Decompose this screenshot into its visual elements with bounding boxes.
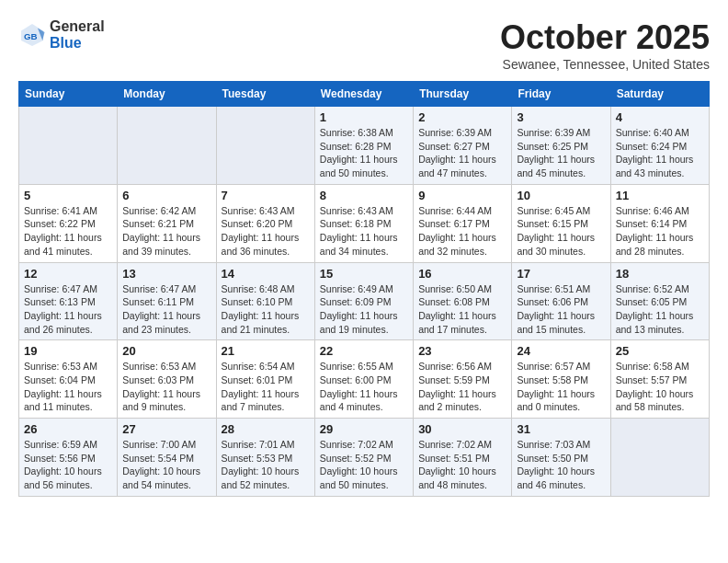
column-header-wednesday: Wednesday	[314, 82, 413, 107]
day-number: 14	[222, 267, 310, 281]
calendar-table: SundayMondayTuesdayWednesdayThursdayFrid…	[18, 81, 710, 497]
day-number: 6	[122, 189, 210, 202]
calendar-day-cell: 27Sunrise: 7:00 AM Sunset: 5:54 PM Dayli…	[118, 419, 216, 497]
day-info: Sunrise: 6:48 AM Sunset: 6:10 PM Dayligh…	[222, 282, 310, 337]
calendar-day-cell: 23Sunrise: 6:56 AM Sunset: 5:59 PM Dayli…	[414, 340, 512, 419]
day-info: Sunrise: 6:40 AM Sunset: 6:24 PM Dayligh…	[616, 126, 704, 180]
column-header-thursday: Thursday	[414, 82, 512, 107]
day-info: Sunrise: 7:00 AM Sunset: 5:54 PM Dayligh…	[122, 438, 210, 492]
day-number: 4	[616, 110, 704, 124]
day-number: 19	[24, 344, 112, 358]
calendar-day-cell: 6Sunrise: 6:42 AM Sunset: 6:21 PM Daylig…	[118, 184, 216, 262]
calendar-day-cell: 2Sunrise: 6:39 AM Sunset: 6:27 PM Daylig…	[414, 107, 512, 185]
day-info: Sunrise: 6:47 AM Sunset: 6:13 PM Dayligh…	[24, 282, 112, 337]
calendar-week-row: 12Sunrise: 6:47 AM Sunset: 6:13 PM Dayli…	[19, 262, 710, 340]
calendar-day-cell: 5Sunrise: 6:41 AM Sunset: 6:22 PM Daylig…	[19, 184, 118, 262]
calendar-week-row: 26Sunrise: 6:59 AM Sunset: 5:56 PM Dayli…	[19, 419, 710, 497]
day-info: Sunrise: 6:50 AM Sunset: 6:08 PM Dayligh…	[418, 282, 506, 337]
column-header-friday: Friday	[512, 82, 610, 107]
day-info: Sunrise: 6:41 AM Sunset: 6:22 PM Dayligh…	[24, 204, 112, 259]
day-info: Sunrise: 6:43 AM Sunset: 6:20 PM Dayligh…	[222, 204, 310, 259]
calendar-day-cell	[610, 419, 709, 497]
location-subtitle: Sewanee, Tennessee, United States	[500, 57, 710, 72]
day-info: Sunrise: 6:47 AM Sunset: 6:11 PM Dayligh…	[122, 282, 210, 337]
calendar-day-cell: 26Sunrise: 6:59 AM Sunset: 5:56 PM Dayli…	[19, 419, 118, 497]
day-info: Sunrise: 6:52 AM Sunset: 6:05 PM Dayligh…	[616, 282, 704, 337]
calendar-day-cell: 19Sunrise: 6:53 AM Sunset: 6:04 PM Dayli…	[19, 340, 118, 419]
calendar-day-cell: 17Sunrise: 6:51 AM Sunset: 6:06 PM Dayli…	[512, 262, 610, 340]
calendar-day-cell: 11Sunrise: 6:46 AM Sunset: 6:14 PM Dayli…	[610, 184, 709, 262]
calendar-day-cell: 1Sunrise: 6:38 AM Sunset: 6:28 PM Daylig…	[314, 107, 413, 185]
day-number: 7	[222, 189, 310, 202]
column-header-monday: Monday	[118, 82, 216, 107]
day-info: Sunrise: 6:59 AM Sunset: 5:56 PM Dayligh…	[24, 438, 112, 492]
day-info: Sunrise: 6:45 AM Sunset: 6:15 PM Dayligh…	[517, 204, 605, 259]
day-number: 10	[517, 189, 605, 202]
calendar-day-cell	[19, 107, 118, 185]
calendar-day-cell: 3Sunrise: 6:39 AM Sunset: 6:25 PM Daylig…	[512, 107, 610, 185]
day-info: Sunrise: 6:43 AM Sunset: 6:18 PM Dayligh…	[320, 204, 408, 259]
calendar-day-cell: 15Sunrise: 6:49 AM Sunset: 6:09 PM Dayli…	[314, 262, 413, 340]
day-info: Sunrise: 6:53 AM Sunset: 6:03 PM Dayligh…	[122, 360, 210, 414]
calendar-week-row: 1Sunrise: 6:38 AM Sunset: 6:28 PM Daylig…	[19, 107, 710, 185]
day-info: Sunrise: 6:38 AM Sunset: 6:28 PM Dayligh…	[320, 126, 408, 180]
calendar-day-cell	[216, 107, 314, 185]
day-info: Sunrise: 6:46 AM Sunset: 6:14 PM Dayligh…	[616, 204, 704, 259]
calendar-day-cell: 29Sunrise: 7:02 AM Sunset: 5:52 PM Dayli…	[314, 419, 413, 497]
day-number: 27	[122, 422, 210, 436]
day-info: Sunrise: 7:01 AM Sunset: 5:53 PM Dayligh…	[222, 438, 310, 492]
page-header: GB General Blue October 2025 Sewanee, Te…	[18, 18, 710, 72]
calendar-day-cell: 4Sunrise: 6:40 AM Sunset: 6:24 PM Daylig…	[610, 107, 709, 185]
column-header-saturday: Saturday	[610, 82, 709, 107]
day-number: 5	[24, 189, 112, 202]
day-info: Sunrise: 6:53 AM Sunset: 6:04 PM Dayligh…	[24, 360, 112, 414]
day-number: 25	[616, 344, 704, 358]
day-info: Sunrise: 6:57 AM Sunset: 5:58 PM Dayligh…	[517, 360, 605, 414]
day-number: 2	[418, 110, 506, 124]
day-number: 30	[418, 422, 506, 436]
day-info: Sunrise: 6:42 AM Sunset: 6:21 PM Dayligh…	[122, 204, 210, 259]
day-number: 21	[222, 344, 310, 358]
day-info: Sunrise: 6:51 AM Sunset: 6:06 PM Dayligh…	[517, 282, 605, 337]
calendar-week-row: 19Sunrise: 6:53 AM Sunset: 6:04 PM Dayli…	[19, 340, 710, 419]
calendar-day-cell: 12Sunrise: 6:47 AM Sunset: 6:13 PM Dayli…	[19, 262, 118, 340]
day-number: 8	[320, 189, 408, 202]
day-number: 1	[320, 110, 408, 124]
day-info: Sunrise: 6:39 AM Sunset: 6:27 PM Dayligh…	[418, 126, 506, 180]
calendar-day-cell: 13Sunrise: 6:47 AM Sunset: 6:11 PM Dayli…	[118, 262, 216, 340]
day-number: 3	[517, 110, 605, 124]
day-number: 23	[418, 344, 506, 358]
calendar-day-cell: 16Sunrise: 6:50 AM Sunset: 6:08 PM Dayli…	[414, 262, 512, 340]
calendar-day-cell: 7Sunrise: 6:43 AM Sunset: 6:20 PM Daylig…	[216, 184, 314, 262]
logo: GB General Blue	[18, 18, 105, 51]
svg-text:GB: GB	[24, 30, 38, 40]
calendar-day-cell: 20Sunrise: 6:53 AM Sunset: 6:03 PM Dayli…	[118, 340, 216, 419]
day-info: Sunrise: 6:49 AM Sunset: 6:09 PM Dayligh…	[320, 282, 408, 337]
calendar-week-row: 5Sunrise: 6:41 AM Sunset: 6:22 PM Daylig…	[19, 184, 710, 262]
column-header-tuesday: Tuesday	[216, 82, 314, 107]
calendar-day-cell: 10Sunrise: 6:45 AM Sunset: 6:15 PM Dayli…	[512, 184, 610, 262]
title-block: October 2025 Sewanee, Tennessee, United …	[500, 18, 710, 72]
month-title: October 2025	[500, 18, 710, 57]
day-number: 22	[320, 344, 408, 358]
calendar-day-cell	[118, 107, 216, 185]
day-number: 12	[24, 267, 112, 281]
day-number: 28	[222, 422, 310, 436]
logo-general-text: General	[50, 18, 105, 35]
day-number: 17	[517, 267, 605, 281]
day-number: 20	[122, 344, 210, 358]
day-number: 26	[24, 422, 112, 436]
day-info: Sunrise: 7:02 AM Sunset: 5:51 PM Dayligh…	[418, 438, 506, 492]
day-number: 18	[616, 267, 704, 281]
calendar-day-cell: 9Sunrise: 6:44 AM Sunset: 6:17 PM Daylig…	[414, 184, 512, 262]
logo-icon: GB	[18, 21, 46, 49]
day-info: Sunrise: 6:39 AM Sunset: 6:25 PM Dayligh…	[517, 126, 605, 180]
logo-blue-text: Blue	[50, 35, 105, 52]
column-header-sunday: Sunday	[19, 82, 118, 107]
day-info: Sunrise: 7:02 AM Sunset: 5:52 PM Dayligh…	[320, 438, 408, 492]
day-number: 31	[517, 422, 605, 436]
calendar-day-cell: 28Sunrise: 7:01 AM Sunset: 5:53 PM Dayli…	[216, 419, 314, 497]
day-number: 9	[418, 189, 506, 202]
calendar-header-row: SundayMondayTuesdayWednesdayThursdayFrid…	[19, 82, 710, 107]
calendar-day-cell: 30Sunrise: 7:02 AM Sunset: 5:51 PM Dayli…	[414, 419, 512, 497]
